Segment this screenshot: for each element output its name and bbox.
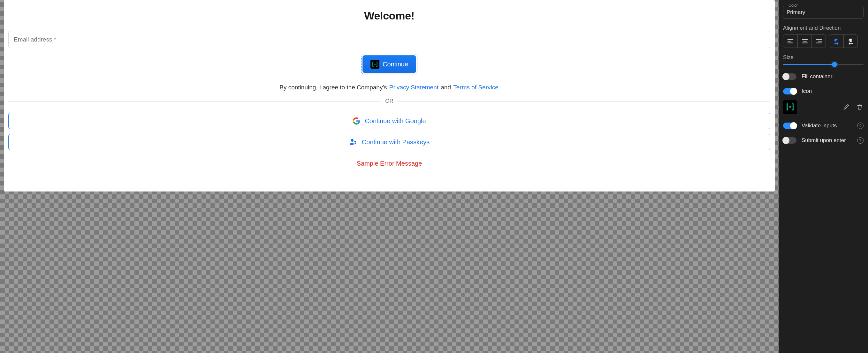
validate-inputs-row: Validate inputs ? xyxy=(783,123,864,129)
icon-preview-row xyxy=(783,100,864,114)
divider-line-left xyxy=(8,101,381,101)
passkey-icon xyxy=(349,138,358,146)
login-card: Welcome! Continue By continuing, I agree… xyxy=(4,0,775,192)
trash-icon xyxy=(857,104,863,111)
direction-group xyxy=(829,34,858,48)
bracket-star-icon xyxy=(785,102,795,113)
pencil-icon xyxy=(843,104,849,111)
continue-button[interactable]: Continue xyxy=(363,55,416,73)
divider-line-right xyxy=(397,101,770,101)
continue-button-selection-outline: Continue xyxy=(361,54,417,74)
page-title: Welcome! xyxy=(8,9,770,22)
direction-ltr-button[interactable] xyxy=(829,35,843,47)
help-icon[interactable]: ? xyxy=(857,123,864,129)
size-section-label: Size xyxy=(783,54,864,61)
fill-container-label: Fill container xyxy=(802,73,832,80)
error-message: Sample Error Message xyxy=(8,160,770,167)
toggle-knob xyxy=(790,88,797,95)
or-divider: OR xyxy=(8,98,770,104)
delete-icon-button[interactable] xyxy=(856,103,864,111)
icon-toggle[interactable] xyxy=(783,88,797,94)
continue-button-label: Continue xyxy=(382,61,408,68)
submit-enter-row: Submit upon enter ? xyxy=(783,137,864,143)
icon-row: Icon xyxy=(783,88,864,94)
legal-prefix: By continuing, I agree to the Company's xyxy=(279,84,387,91)
passkeys-button-label: Continue with Passkeys xyxy=(362,138,430,146)
help-icon[interactable]: ? xyxy=(857,137,864,143)
icon-preview[interactable] xyxy=(783,100,797,114)
slider-thumb[interactable] xyxy=(832,62,837,67)
google-icon xyxy=(352,117,360,125)
slider-track xyxy=(783,64,864,65)
icon-tools xyxy=(842,103,864,111)
privacy-statement-link[interactable]: Privacy Statement xyxy=(389,84,438,91)
size-slider[interactable] xyxy=(783,64,864,65)
slider-fill xyxy=(783,64,834,65)
toggle-knob xyxy=(790,122,797,129)
fill-container-row: Fill container xyxy=(783,73,864,80)
email-field[interactable] xyxy=(8,31,770,48)
svg-point-0 xyxy=(351,139,353,142)
bracket-star-icon xyxy=(370,60,379,69)
toggle-knob xyxy=(782,73,789,80)
direction-rtl-button[interactable] xyxy=(843,35,858,47)
continue-with-google-button[interactable]: Continue with Google xyxy=(8,113,770,129)
design-canvas: Welcome! Continue By continuing, I agree… xyxy=(0,0,779,353)
align-center-button[interactable] xyxy=(798,35,811,47)
svg-rect-3 xyxy=(354,143,356,144)
toggle-knob xyxy=(782,137,789,144)
google-button-label: Continue with Google xyxy=(365,118,426,125)
align-right-button[interactable] xyxy=(811,35,826,47)
or-text: OR xyxy=(385,98,394,104)
color-field-value: Primary xyxy=(786,9,860,15)
alignment-section-label: Alignment and Direction xyxy=(783,25,864,31)
align-left-button[interactable] xyxy=(783,35,798,47)
fill-container-toggle[interactable] xyxy=(783,73,797,80)
legal-joiner: and xyxy=(441,84,451,91)
color-field-label: Color xyxy=(787,3,799,8)
validate-inputs-label: Validate inputs xyxy=(802,123,837,129)
continue-with-passkeys-button[interactable]: Continue with Passkeys xyxy=(8,134,770,150)
inspector-panel: Color Primary Alignment and Direction xyxy=(779,0,868,353)
validate-inputs-toggle[interactable] xyxy=(783,123,797,129)
legal-disclaimer: By continuing, I agree to the Company's … xyxy=(8,84,770,91)
alignment-toolbar xyxy=(783,34,864,48)
submit-enter-label: Submit upon enter xyxy=(802,137,846,143)
color-select[interactable]: Color Primary xyxy=(783,6,864,19)
icon-toggle-label: Icon xyxy=(802,88,812,94)
edit-icon-button[interactable] xyxy=(842,103,850,111)
submit-enter-toggle[interactable] xyxy=(783,137,797,143)
text-align-group xyxy=(783,34,826,48)
terms-of-service-link[interactable]: Terms of Service xyxy=(453,84,498,91)
